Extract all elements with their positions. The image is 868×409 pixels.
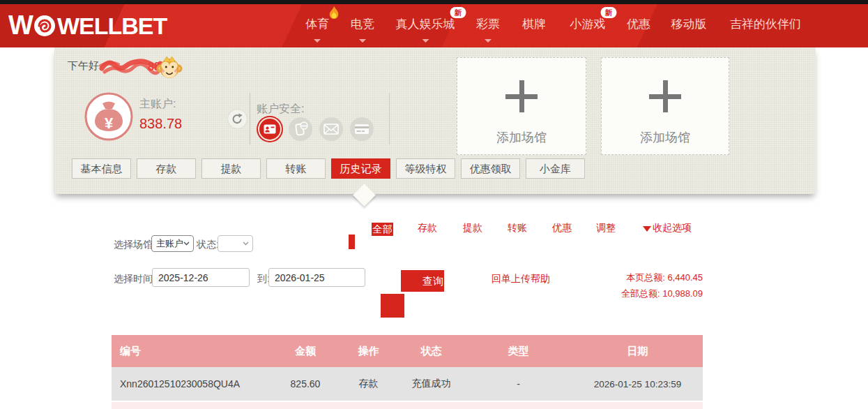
- tab-history[interactable]: 历史记录: [331, 158, 390, 179]
- column-header-type: 类型: [464, 335, 572, 367]
- redacted-username-scribble: 88: [98, 53, 165, 77]
- nav-item-label: 电竞: [351, 17, 374, 31]
- filter-tab-promo[interactable]: 优惠: [552, 222, 572, 235]
- filter-tab-adjust[interactable]: 调整: [596, 222, 616, 235]
- chevron-down-icon: [314, 39, 321, 43]
- column-header-id: 编号: [112, 335, 272, 367]
- nav-item-label: 真人娱乐城: [396, 17, 455, 31]
- nav-item-lucky-partners[interactable]: 吉祥的伙伴们: [730, 4, 801, 47]
- refresh-balance-button[interactable]: [227, 109, 248, 129]
- main-navbar: W WELLBET 体育 电竞 真人娱乐城 新 彩票 棋牌: [0, 4, 868, 47]
- table-header-row: 编号 金额 操作 状态 类型 日期: [112, 335, 703, 367]
- grand-total-value: 10,988.09: [662, 288, 703, 299]
- date-to-input[interactable]: [268, 268, 365, 287]
- filter-tab-transfer[interactable]: 转账: [508, 222, 527, 235]
- column-header-status: 状态: [398, 335, 464, 367]
- collapse-options-button[interactable]: 收起选项: [643, 222, 692, 235]
- envelope-icon: [323, 123, 339, 135]
- add-venue-label: 添加场馆: [496, 129, 547, 146]
- nav-item-board-games[interactable]: 棋牌: [522, 4, 546, 47]
- bank-card-button[interactable]: [350, 117, 374, 141]
- column-header-date: 日期: [572, 335, 703, 367]
- sms-verification-button[interactable]: SMS: [289, 117, 312, 141]
- chevron-down-icon: [243, 241, 249, 246]
- svg-text:W: W: [8, 12, 33, 40]
- svg-text:SMS: SMS: [300, 124, 307, 128]
- tab-vault[interactable]: 小金库: [526, 158, 585, 179]
- fire-icon: [328, 5, 340, 22]
- filter-tab-all[interactable]: 全部: [372, 223, 393, 236]
- tab-transfer[interactable]: 转账: [266, 158, 326, 179]
- date-from-input[interactable]: [152, 268, 250, 287]
- cell-operation: 存款: [339, 367, 398, 401]
- money-bag-icon: ¥: [84, 91, 134, 142]
- tab-deposit[interactable]: 存款: [137, 158, 196, 179]
- bank-card-icon: [354, 124, 370, 135]
- plus-icon: [649, 80, 681, 112]
- venue-select-label: 选择场馆:: [114, 239, 155, 251]
- tab-withdraw[interactable]: 提款: [201, 158, 261, 179]
- id-card-icon: [264, 124, 276, 134]
- tab-promo-claim[interactable]: 优惠领取: [461, 158, 520, 179]
- column-header-operation: 操作: [339, 335, 398, 367]
- security-icons-row: SMS: [258, 117, 374, 141]
- red-render-artifact: [381, 294, 404, 318]
- nav-item-label: 棋牌: [522, 17, 546, 31]
- filter-tab-deposit[interactable]: 存款: [418, 222, 437, 235]
- nav-item-lottery[interactable]: 彩票: [476, 4, 500, 47]
- search-button[interactable]: 查询: [401, 270, 444, 292]
- phone-sms-icon: SMS: [292, 121, 309, 137]
- divider: [250, 93, 250, 144]
- page-total-value: 6,440.45: [667, 272, 703, 283]
- main-account-label: 主账户:: [139, 97, 176, 112]
- cell-amount: 825.60: [272, 367, 339, 401]
- nav-item-esports[interactable]: 电竞: [351, 4, 374, 47]
- wellbet-logo-icon[interactable]: W WELLBET: [8, 12, 172, 40]
- svg-text:WELLBET: WELLBET: [57, 13, 168, 39]
- nav-item-label: 移动版: [671, 17, 707, 31]
- nav-item-label: 体育: [305, 17, 329, 31]
- add-venue-button[interactable]: 添加场馆: [601, 57, 729, 155]
- venue-select-value: 主账户: [156, 237, 183, 250]
- filter-tab-withdraw[interactable]: 提款: [463, 222, 482, 235]
- id-verification-button[interactable]: [259, 119, 280, 140]
- greeting-text: 下午好: [68, 59, 99, 73]
- nav-item-promotions[interactable]: 优惠: [627, 4, 650, 47]
- add-venue-button[interactable]: 添加场馆: [457, 57, 586, 155]
- nav-item-mobile-version[interactable]: 移动版: [671, 4, 707, 47]
- email-verification-button[interactable]: [319, 117, 343, 141]
- grand-total-line: 全部总额: 10,988.09: [558, 285, 703, 302]
- account-panel: 下午好 88 ¥ 主账户:: [54, 47, 816, 194]
- nav-item-mini-games[interactable]: 小游戏 新: [570, 4, 606, 47]
- new-badge: 新: [601, 7, 617, 18]
- table-row-partial: [112, 402, 703, 409]
- red-render-artifact: [349, 235, 355, 249]
- status-select[interactable]: [218, 235, 253, 252]
- grand-total-label: 全部总额:: [621, 288, 660, 299]
- cell-transaction-id: Xnn26012510230058QU4A: [112, 367, 272, 401]
- new-badge: 新: [450, 7, 466, 18]
- nav-item-sports[interactable]: 体育: [305, 4, 329, 47]
- triangle-down-icon: [643, 226, 651, 232]
- cell-status: 充值成功: [398, 367, 464, 401]
- nav-item-live-casino[interactable]: 真人娱乐城 新: [396, 4, 455, 47]
- cell-date: 2026-01-25 10:23:59: [572, 367, 703, 401]
- add-venue-label: 添加场馆: [640, 129, 690, 146]
- table-row[interactable]: Xnn26012510230058QU4A 825.60 存款 充值成功 - 2…: [112, 367, 703, 401]
- wellbet-account-page: W WELLBET 体育 电竞 真人娱乐城 新 彩票 棋牌: [0, 0, 868, 409]
- tab-vip-privileges[interactable]: 等级特权: [396, 158, 455, 179]
- receipt-upload-help-link[interactable]: 回单上传帮助: [492, 273, 550, 285]
- page-total-line: 本页总额: 6,440.45: [558, 269, 703, 285]
- collapse-options-label: 收起选项: [653, 222, 692, 235]
- account-security-label: 账户安全:: [257, 102, 304, 117]
- column-header-amount: 金额: [272, 335, 339, 367]
- chevron-down-icon: [485, 39, 492, 43]
- nav-item-label: 优惠: [627, 17, 650, 31]
- tab-basic-info[interactable]: 基本信息: [72, 158, 131, 179]
- main-account-balance: 838.78: [139, 116, 182, 132]
- venue-select[interactable]: 主账户: [151, 235, 194, 252]
- nav-item-label: 吉祥的伙伴们: [730, 17, 801, 31]
- page-total-label: 本页总额:: [626, 272, 665, 283]
- plus-icon: [505, 80, 538, 112]
- chevron-down-icon: [359, 39, 366, 43]
